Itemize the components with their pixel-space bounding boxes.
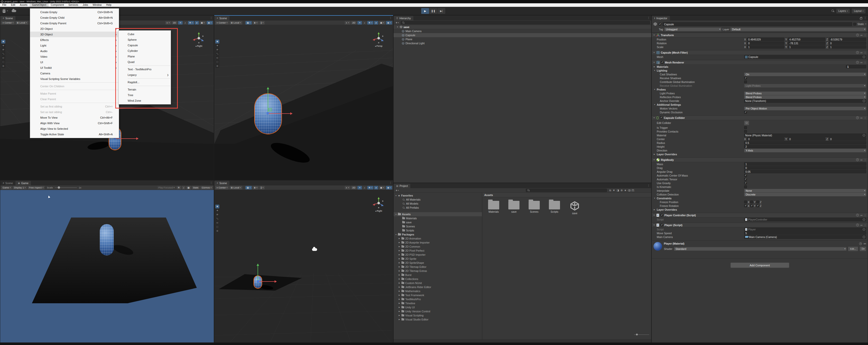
custom-tool[interactable]: ◎ (1, 64, 5, 68)
package-item[interactable]: ▶ 2D Tilemap Extras (394, 269, 482, 273)
menu-item[interactable]: Align With View Ctrl+Shift+F (30, 120, 119, 126)
mesh-object-field[interactable]: Capsule (744, 55, 866, 59)
play-button[interactable]: ▶ (421, 8, 429, 14)
freeze-rot-x-checkbox[interactable] (744, 204, 747, 207)
object-picker-icon[interactable] (863, 100, 865, 102)
project-search-input[interactable] (526, 189, 607, 192)
package-item[interactable]: ▶ TextMeshPro (394, 297, 482, 301)
custom-tool[interactable]: ◎ (215, 64, 219, 68)
submenu-item[interactable] (119, 65, 171, 67)
submenu-item[interactable]: Cylinder (119, 48, 171, 54)
enabled-checkbox[interactable] (660, 223, 663, 227)
2d-toggle-button[interactable]: 2D (172, 21, 177, 25)
asset-item[interactable]: Scripts (548, 201, 561, 215)
camera-settings-dropdown[interactable]: ▾ (379, 186, 385, 189)
menu-item[interactable]: Set as first sibling Ctrl+= (30, 104, 119, 109)
presets-icon[interactable] (860, 223, 863, 227)
menu-item[interactable] (30, 82, 119, 83)
material-preview-sphere[interactable] (653, 242, 662, 251)
view-tool[interactable]: ✥ (215, 205, 219, 208)
package-item[interactable]: ▶ Collections (394, 277, 482, 281)
asset-folder-item[interactable]: Scenes (394, 225, 482, 229)
submenu-item[interactable]: Tree (119, 92, 171, 98)
z-field[interactable]: -8.539179 (829, 38, 866, 41)
enabled-checkbox[interactable] (660, 214, 663, 216)
freeze-pos-y-checkbox[interactable] (750, 201, 753, 203)
vsync-icon[interactable] (186, 186, 191, 189)
foldout-icon[interactable]: ▶ (399, 286, 400, 288)
2d-toggle-button[interactable]: 2D (351, 21, 356, 25)
freeze-pos-z-checkbox[interactable] (756, 201, 759, 203)
mesh-renderer-header[interactable]: ▼ Mesh Renderer ?⋮ (652, 60, 868, 65)
angular-drag-field[interactable]: 0.05 (744, 170, 866, 173)
menu-item[interactable] (30, 102, 119, 104)
gizmos-dropdown[interactable]: Gizmos▾ (200, 186, 213, 189)
direction-dropdown[interactable]: Y-Axis (744, 149, 866, 152)
receive-shadows-checkbox[interactable] (744, 77, 747, 79)
player-controller-header[interactable]: ▼ # Player Controller (Script) ?⋮ (652, 213, 868, 217)
component-menu-icon[interactable]: ⋮ (864, 224, 866, 227)
audio-toggle-button[interactable] (363, 186, 367, 189)
probes-foldout[interactable]: ▼Probes (652, 88, 868, 91)
rotate-tool[interactable]: ⟳ (1, 48, 5, 51)
frame-debugger-icon[interactable] (177, 186, 181, 189)
view-tool[interactable]: ✥ (1, 40, 5, 43)
package-item[interactable]: ▶ 2D Common (394, 245, 482, 249)
cast-shadows-dropdown[interactable]: On (744, 73, 866, 76)
shader-dropdown[interactable]: Standard (674, 247, 846, 251)
scene-orientation-gizmo[interactable]: Right (191, 31, 206, 47)
mute-audio-icon[interactable] (182, 186, 186, 189)
package-item[interactable]: ▶ Unity UI (394, 305, 482, 309)
layout-dropdown[interactable]: Layout▾ (852, 9, 865, 13)
camera-settings-dropdown[interactable]: ▾ (379, 21, 385, 25)
gizmos-dropdown[interactable]: ▾ (386, 21, 392, 25)
move-tool[interactable]: ✛ (215, 44, 219, 47)
package-item[interactable]: ▶ 2D Aseprite Importer (394, 241, 482, 245)
tab-scene[interactable]: #Scene (0, 181, 16, 185)
center-y-field[interactable]: 0 (788, 137, 825, 141)
x-field[interactable]: 0.4845329 (747, 38, 784, 41)
foldout-icon[interactable]: ▶ (399, 274, 400, 276)
grid-visibility-button[interactable]: ▾ (245, 21, 252, 25)
help-icon[interactable]: ? (856, 158, 859, 161)
help-icon[interactable]: ? (856, 214, 859, 216)
foldout-icon[interactable]: ▶ (399, 250, 400, 252)
submenu-item[interactable]: Legacy (119, 72, 171, 78)
create-button[interactable]: +▾ (395, 189, 400, 192)
presets-icon[interactable] (863, 242, 866, 245)
capsule-collider-header[interactable]: ▼ Capsule Collider ?⋮ (652, 115, 868, 120)
menu-bar-item[interactable]: Help (104, 3, 114, 7)
foldout-icon[interactable]: ▶ (399, 262, 400, 264)
scene-orientation-gizmo[interactable]: Right (371, 196, 386, 212)
static-dropdown-icon[interactable]: ▾ (865, 23, 866, 25)
menu-bar-item[interactable]: Services (66, 3, 80, 7)
asset-item[interactable]: save (507, 201, 520, 215)
menu-item[interactable]: Video (30, 54, 119, 60)
active-checkbox[interactable] (658, 23, 661, 26)
packages-root[interactable]: ▼ Packages (394, 233, 482, 237)
package-item[interactable]: ▶ Burst (394, 273, 482, 277)
cloud-services-icon[interactable] (12, 10, 16, 12)
submenu-item[interactable]: Cube (119, 31, 171, 37)
menu-bar-item[interactable]: Window (90, 3, 104, 7)
submenu-item[interactable]: Plane (119, 54, 171, 59)
scene-orientation-gizmo[interactable]: Persp (371, 31, 386, 47)
snap-toggle-button[interactable]: ▾ (252, 21, 258, 25)
tag-dropdown[interactable]: Untagged (664, 28, 721, 31)
use-gravity-checkbox[interactable] (744, 182, 747, 184)
grid-zoom-slider[interactable] (634, 334, 649, 335)
menu-item[interactable]: Create Empty Child Alt+Shift+N (30, 15, 119, 21)
submenu-item[interactable]: Quad (119, 59, 171, 65)
menu-item[interactable]: Audio (30, 48, 119, 54)
radius-field[interactable]: 0.5 (744, 141, 866, 144)
panel-menu-icon[interactable]: ⋮ (389, 16, 392, 19)
hierarchy-item[interactable]: Main Camera (394, 29, 651, 33)
reflection-probes-dropdown[interactable]: Blend Probes (744, 95, 866, 99)
physic-material-field[interactable]: None (Physic Material) (744, 134, 866, 137)
package-item[interactable]: ▶ 2D Pixel Perfect (394, 249, 482, 253)
freeze-rot-y-checkbox[interactable] (750, 204, 753, 207)
y-field[interactable]: 4.452759 (788, 38, 825, 41)
submenu-item[interactable]: Terrain (119, 87, 171, 92)
view-tool[interactable]: ✥ (215, 40, 219, 43)
grid-visibility-button[interactable]: ▾ (245, 186, 252, 189)
